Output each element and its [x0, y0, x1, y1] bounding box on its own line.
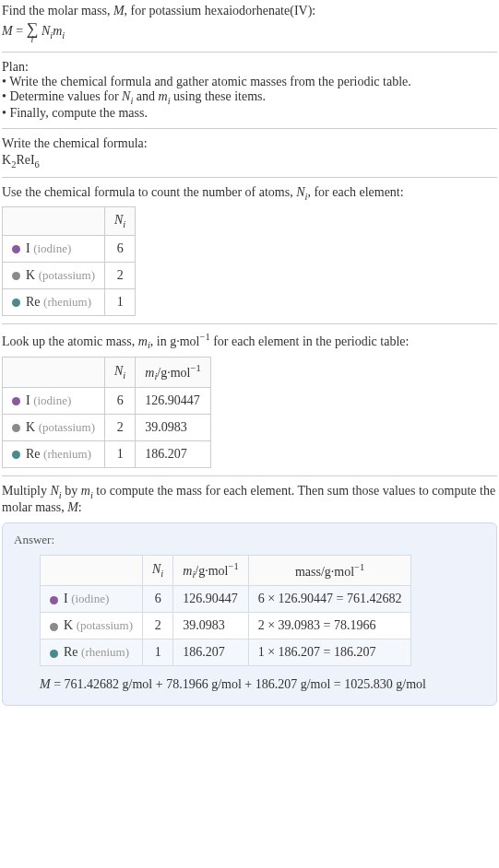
element-dot-icon: [50, 650, 58, 658]
text: by: [62, 484, 81, 498]
chemical-formula-section: Write the chemical formula: K2ReI6: [2, 136, 497, 170]
mass-title: Look up the atomic mass, mi, in g·mol−1 …: [2, 332, 497, 350]
ni-cell: 1: [105, 441, 136, 468]
eq-m: m: [53, 24, 62, 38]
count-title: Use the chemical formula to count the nu…: [2, 185, 497, 202]
ni-cell: 6: [105, 236, 136, 263]
th-N: N: [114, 213, 123, 227]
mass-section: Look up the atomic mass, mi, in g·mol−1 …: [2, 332, 497, 468]
element-symbol: I: [26, 241, 30, 255]
unit: /g·mol: [195, 564, 228, 578]
plan-bullet-2: • Determine values for Ni and mi using t…: [2, 89, 497, 106]
molar-mass-equation: M = ∑i Nimi: [2, 20, 497, 44]
sigma-icon: ∑i: [27, 20, 39, 44]
table-row: I (iodine) 6: [3, 236, 136, 263]
mi-header: mi/g·mol−1: [173, 555, 248, 585]
mi-cell: 186.207: [136, 441, 210, 468]
eq-equals: =: [13, 24, 27, 38]
th-N: N: [114, 364, 123, 378]
mi-cell: 126.90447: [136, 388, 210, 415]
table-row: K (potassium) 2 39.0983 2 × 39.0983 = 78…: [41, 613, 411, 639]
text: for each element in the periodic table:: [210, 334, 410, 348]
th-m: m: [145, 365, 154, 379]
exp: −1: [354, 562, 364, 572]
text: :: [78, 500, 82, 514]
element-cell: I (iodine): [41, 586, 143, 613]
element-symbol: Re: [26, 447, 41, 461]
var-M: M: [67, 500, 78, 514]
element-dot-icon: [12, 397, 20, 405]
ni-cell: 2: [105, 415, 136, 441]
mi-cell: 39.0983: [136, 415, 210, 441]
element-name: (rhenium): [81, 645, 129, 659]
multiply-section: Multiply Ni by mi to compute the mass fo…: [2, 484, 497, 515]
answer-table: Ni mi/g·mol−1 mass/g·mol−1 I (iodine) 6 …: [40, 555, 411, 666]
problem-line1: Find the molar mass, M, for potassium he…: [2, 4, 497, 18]
answer-box: Answer: Ni mi/g·mol−1 mass/g·mol−1 I (io…: [2, 522, 497, 706]
element-name: (iodine): [33, 393, 71, 407]
table-header-row: Ni mi/g·mol−1 mass/g·mol−1: [41, 555, 411, 585]
eq-M: M: [2, 24, 13, 38]
text: Use the chemical formula to count the nu…: [2, 185, 296, 199]
ni-header: Ni: [105, 207, 136, 236]
plan-bullet-3: • Finally, compute the mass.: [2, 106, 497, 121]
calc-cell: 1 × 186.207 = 186.207: [248, 639, 411, 666]
count-table: Ni I (iodine) 6 K (potassium) 2 Re (rhen…: [2, 206, 136, 316]
th-N: N: [152, 562, 160, 576]
plan-bullet-1: • Write the chemical formula and gather …: [2, 75, 497, 89]
element-name: (potassium): [39, 420, 95, 434]
element-name: (rhenium): [43, 295, 91, 309]
ni-cell: 1: [105, 289, 136, 316]
element-cell: Re (rhenium): [3, 441, 105, 468]
f-I6: 6: [35, 159, 40, 170]
th-Ni: i: [160, 569, 163, 579]
ni-header: Ni: [105, 357, 136, 387]
eq-m-sub: i: [62, 30, 65, 41]
text: and: [133, 89, 158, 103]
element-name: (rhenium): [43, 447, 91, 461]
answer-title: Answer:: [14, 533, 485, 547]
var-m: m: [159, 89, 168, 103]
unit: /g·mol: [157, 365, 190, 379]
element-symbol: K: [26, 268, 35, 282]
element-dot-icon: [50, 596, 58, 604]
element-name: (iodine): [33, 241, 71, 255]
eq-N: N: [42, 24, 50, 38]
element-symbol: I: [26, 393, 30, 407]
element-dot-icon: [12, 451, 20, 459]
mass-table: Ni mi/g·mol−1 I (iodine) 6 126.90447 K (…: [2, 357, 211, 468]
element-dot-icon: [12, 424, 20, 432]
ni-cell: 2: [105, 263, 136, 289]
element-cell: K (potassium): [3, 415, 105, 441]
exp: −1: [191, 363, 201, 373]
element-dot-icon: [12, 245, 20, 253]
table-row: K (potassium) 2: [3, 263, 136, 289]
blank-header: [41, 555, 143, 585]
th-m: m: [183, 564, 192, 578]
calc-cell: 2 × 39.0983 = 78.1966: [248, 613, 411, 639]
th-Ni: i: [123, 219, 125, 229]
element-symbol: K: [64, 618, 73, 632]
var-M: M: [113, 4, 125, 18]
table-header-row: Ni mi/g·mol−1: [3, 357, 211, 387]
var-N: N: [51, 484, 59, 498]
element-symbol: K: [26, 420, 35, 434]
element-symbol: Re: [64, 645, 78, 659]
mass-header: mass/g·mol−1: [248, 555, 411, 585]
element-symbol: I: [64, 592, 68, 605]
divider: [2, 128, 497, 129]
table-row: K (potassium) 2 39.0983: [3, 415, 211, 441]
mi-cell: 186.207: [173, 639, 248, 666]
plan-title: Plan:: [2, 60, 497, 75]
element-name: (potassium): [77, 618, 133, 632]
mi-cell: 126.90447: [173, 586, 248, 613]
element-dot-icon: [50, 623, 58, 631]
table-row: I (iodine) 6 126.90447 6 × 126.90447 = 7…: [41, 586, 411, 613]
text: • Determine values for: [2, 89, 122, 103]
formula-title: Write the chemical formula:: [2, 136, 497, 151]
var-m: m: [138, 334, 148, 348]
ni-cell: 2: [143, 613, 173, 639]
var-m: m: [81, 484, 90, 498]
divider: [2, 52, 497, 53]
var-N: N: [296, 185, 304, 199]
